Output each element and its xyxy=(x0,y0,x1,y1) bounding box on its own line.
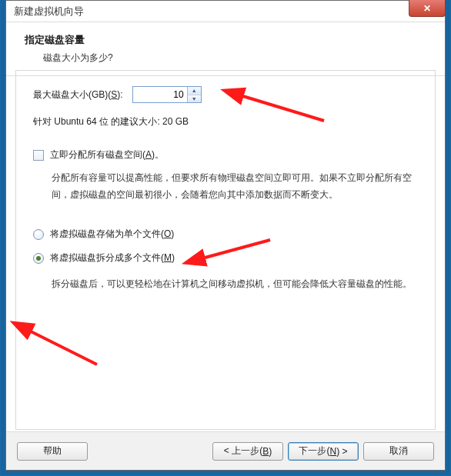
title-bar: 新建虚拟机向导 ✕ xyxy=(6,1,445,22)
disk-size-label: 最大磁盘大小(GB)(S): xyxy=(33,88,123,102)
next-button[interactable]: 下一步(N) > xyxy=(288,442,359,461)
wizard-footer: 帮助 < 上一步(B) 下一步(N) > 取消 xyxy=(6,431,445,470)
window-title: 新建虚拟机向导 xyxy=(14,5,84,18)
content-panel: 最大磁盘大小(GB)(S): ▲ ▼ 针对 Ubuntu 64 位 的建议大小:… xyxy=(15,70,436,430)
close-button[interactable]: ✕ xyxy=(409,0,446,17)
radio-split-files-label: 将虚拟磁盘拆分成多个文件(M) xyxy=(50,251,175,265)
wizard-header: 指定磁盘容量 磁盘大小为多少? xyxy=(6,22,445,76)
spinner-buttons: ▲ ▼ xyxy=(187,87,201,102)
allocate-now-desc: 分配所有容量可以提高性能，但要求所有物理磁盘空间立即可用。如果不立即分配所有空间… xyxy=(52,169,418,203)
disk-size-row: 最大磁盘大小(GB)(S): ▲ ▼ xyxy=(33,86,418,103)
spinner-down-icon[interactable]: ▼ xyxy=(188,95,201,103)
page-title: 指定磁盘容量 xyxy=(25,33,426,47)
disk-size-input[interactable] xyxy=(133,87,187,102)
allocate-now-row[interactable]: 立即分配所有磁盘空间(A)。 xyxy=(33,148,418,161)
radio-split-files-row[interactable]: 将虚拟磁盘拆分成多个文件(M) xyxy=(33,251,418,265)
radio-single-file[interactable] xyxy=(33,229,44,240)
radio-single-file-label: 将虚拟磁盘存储为单个文件(O) xyxy=(50,228,174,241)
wizard-window: 新建虚拟机向导 ✕ 指定磁盘容量 磁盘大小为多少? 最大磁盘大小(GB)(S):… xyxy=(5,0,446,471)
radio-single-file-row[interactable]: 将虚拟磁盘存储为单个文件(O) xyxy=(33,228,418,241)
annotation-arrow-icon xyxy=(20,325,105,373)
allocate-now-label: 立即分配所有磁盘空间(A)。 xyxy=(50,148,164,161)
spinner-up-icon[interactable]: ▲ xyxy=(188,87,201,95)
disk-size-spinner[interactable]: ▲ ▼ xyxy=(132,86,202,103)
svg-line-2 xyxy=(26,329,97,364)
radio-split-files[interactable] xyxy=(33,253,44,264)
page-subtitle: 磁盘大小为多少? xyxy=(43,52,426,65)
help-button[interactable]: 帮助 xyxy=(17,442,88,461)
allocate-now-checkbox[interactable] xyxy=(33,150,44,161)
recommended-size: 针对 Ubuntu 64 位 的建议大小: 20 GB xyxy=(33,115,418,128)
split-files-desc: 拆分磁盘后，可以更轻松地在计算机之间移动虚拟机，但可能会降低大容量磁盘的性能。 xyxy=(52,275,418,292)
cancel-button[interactable]: 取消 xyxy=(363,442,434,461)
close-icon: ✕ xyxy=(423,3,431,14)
back-button[interactable]: < 上一步(B) xyxy=(212,442,283,461)
